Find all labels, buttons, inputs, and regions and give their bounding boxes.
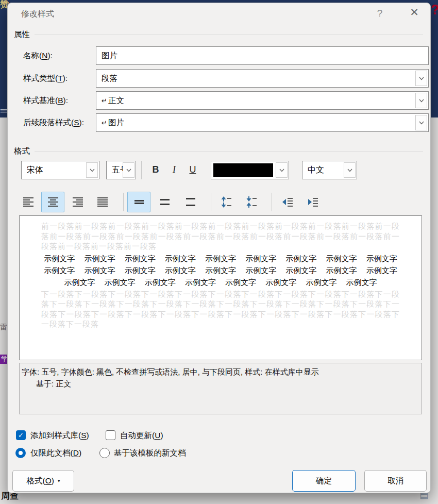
dropdown-value: 正文	[108, 96, 124, 105]
based-on-dropdown[interactable]: ↵正文	[96, 91, 429, 110]
color-swatch	[213, 163, 273, 177]
underline-button[interactable]: U	[184, 161, 201, 179]
chevron-down-icon[interactable]	[86, 162, 98, 178]
style-description-line1: 字体: 五号, 字体颜色: 黑色, 不检查拼写或语法, 居中, 与下段同页, 样…	[22, 366, 419, 378]
bold-button[interactable]: B	[147, 161, 164, 179]
toolbar-divider	[141, 161, 142, 179]
mnemonic: N	[42, 51, 47, 60]
mnemonic: T	[58, 74, 62, 82]
label-text: 仅限此文档(	[30, 448, 73, 457]
dropdown-arrow-icon: ▾	[58, 478, 60, 483]
next-style-dropdown[interactable]: ↵图片	[96, 113, 429, 132]
label-text: 名称(	[23, 51, 42, 60]
new-documents-radio[interactable]	[99, 448, 110, 458]
style-type-label: 样式类型(T):	[23, 69, 68, 88]
next-paragraph-text: 下一段落下一段落下一段落下一段落下一段落下一段落下一段落下一段落下一段落下一段落…	[41, 289, 400, 329]
next-style-label: 后续段落样式(S):	[23, 113, 84, 132]
align-center-button[interactable]	[41, 192, 64, 212]
properties-section-label: 属性	[14, 29, 30, 40]
style-preview-panel: 前一段落前一段落前一段落前一段落前一段落前一段落前一段落前一段落前一段落前一段落…	[19, 215, 422, 360]
label-text: 自动更新(	[120, 431, 155, 440]
only-this-document-radio[interactable]	[15, 448, 26, 458]
increase-indent-button[interactable]	[301, 192, 324, 212]
format-section-label: 格式	[14, 146, 30, 157]
format-section-header: 格式	[14, 146, 423, 157]
increase-paragraph-spacing-button[interactable]	[214, 192, 238, 212]
mnemonic: U	[155, 431, 160, 440]
new-documents-label[interactable]: 基于该模板的新文档	[114, 447, 186, 459]
mnemonic: B	[58, 96, 63, 105]
double-spacing-button[interactable]	[179, 192, 202, 212]
label-text: 后续段落样式(	[23, 118, 74, 127]
label-text: 样式类型(	[23, 74, 58, 82]
scope-options-row: 仅限此文档(D) 基于该模板的新文档	[8, 447, 430, 460]
ok-button[interactable]: 确定	[292, 470, 356, 492]
font-family-dropdown[interactable]: 宋体	[21, 161, 99, 179]
label-text: )	[160, 431, 163, 440]
style-description-panel: 字体: 五号, 字体颜色: 黑色, 不检查拼写或语法, 居中, 与下段同页, 样…	[19, 363, 422, 414]
mnemonic: S	[74, 118, 79, 127]
next-paragraph-style-row: 后续段落样式(S): ↵图片	[8, 113, 430, 132]
based-on-label: 样式基准(B):	[23, 91, 68, 110]
section-divider	[35, 151, 423, 152]
label-text: ):	[79, 118, 84, 127]
italic-button[interactable]: I	[166, 161, 182, 179]
label-text: ):	[63, 96, 68, 105]
label-text: ):	[63, 74, 68, 82]
chevron-down-icon[interactable]	[344, 162, 356, 178]
format-toolbar-paragraph	[8, 192, 430, 212]
sample-text: 示例文字 示例文字 示例文字 示例文字 示例文字 示例文字 示例文字 示例文字 …	[41, 253, 400, 288]
previous-paragraph-text: 前一段落前一段落前一段落前一段落前一段落前一段落前一段落前一段落前一段落前一段落…	[41, 221, 400, 251]
background-list-icon: ≡≡	[0, 106, 7, 115]
dropdown-value: 图片	[108, 118, 124, 127]
screen: 赞 ? ≡≡ 雷 学 周查 ▤ 修改样式 ? ✕ 属性 名称(N): 样式类型(…	[0, 0, 438, 504]
toolbar-divider	[211, 193, 211, 211]
chevron-down-icon[interactable]	[276, 162, 288, 178]
cancel-button[interactable]: 取消	[364, 470, 427, 492]
chevron-down-icon[interactable]	[415, 93, 427, 108]
gallery-options-row: ✓ 添加到样式库(S) 自动更新(U)	[8, 430, 430, 442]
align-right-button[interactable]	[66, 192, 89, 212]
label-text: 样式基准(	[23, 96, 58, 105]
add-to-gallery-label[interactable]: 添加到样式库(S)	[30, 430, 89, 441]
modify-style-dialog: 修改样式 ? ✕ 属性 名称(N): 样式类型(T): 段落 样式基准(B): …	[7, 3, 431, 493]
auto-update-checkbox[interactable]	[106, 430, 115, 440]
chevron-down-icon[interactable]	[415, 71, 427, 86]
label-text: 添加到样式库(	[30, 431, 81, 440]
dropdown-value: 中文	[308, 165, 324, 174]
style-type-row: 样式类型(T): 段落	[8, 69, 430, 88]
only-this-document-label[interactable]: 仅限此文档(D)	[30, 447, 81, 459]
add-to-gallery-checkbox[interactable]: ✓	[16, 430, 26, 440]
mnemonic: D	[73, 448, 79, 457]
help-button[interactable]: ?	[368, 8, 391, 19]
label-text: 格式(	[27, 476, 45, 486]
font-color-dropdown[interactable]	[211, 161, 289, 179]
align-left-button[interactable]	[16, 192, 40, 212]
background-char-fragment: 雷	[0, 323, 7, 332]
decrease-indent-button[interactable]	[276, 192, 299, 212]
language-dropdown[interactable]: 中文	[302, 161, 357, 179]
one-point-five-spacing-button[interactable]	[153, 192, 176, 212]
based-on-row: 样式基准(B): ↵正文	[8, 91, 430, 110]
auto-update-label[interactable]: 自动更新(U)	[120, 430, 163, 441]
background-red-question-icon: ?	[431, 2, 438, 18]
close-icon[interactable]: ✕	[402, 6, 426, 19]
toolbar-divider	[123, 193, 124, 211]
mnemonic: O	[45, 476, 52, 485]
mnemonic: S	[81, 431, 86, 440]
style-description-line2: 基于: 正文	[22, 378, 419, 390]
font-size-dropdown[interactable]: 五号	[106, 161, 136, 179]
name-row: 名称(N):	[8, 46, 430, 65]
chevron-down-icon[interactable]	[123, 162, 134, 178]
format-toolbar-font: 宋体 五号 B I U 中文	[8, 161, 430, 179]
label-text: )	[52, 476, 54, 485]
align-justify-button[interactable]	[91, 192, 114, 212]
chevron-down-icon[interactable]	[415, 115, 427, 130]
decrease-paragraph-spacing-button[interactable]	[240, 192, 263, 212]
single-spacing-button[interactable]	[127, 192, 150, 212]
style-name-input[interactable]	[96, 46, 429, 65]
style-type-dropdown[interactable]: 段落	[96, 69, 429, 88]
format-menu-button[interactable]: 格式(O) ▾	[12, 470, 74, 492]
paragraph-return-icon: ↵	[102, 97, 107, 105]
label-text: )	[87, 431, 89, 440]
